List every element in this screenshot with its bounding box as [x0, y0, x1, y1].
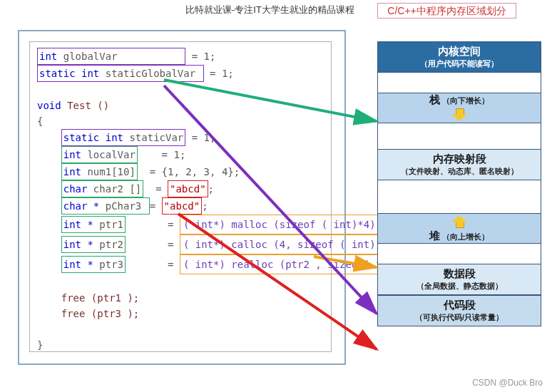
code-block: int globalVar = 1; static int staticGlob… [29, 41, 332, 352]
watermark: CSDN @Duck Bro [472, 378, 543, 388]
diagram-title: C/C++中程序内存区域划分 [377, 3, 516, 19]
seg-code: 代码段 （可执行代码/只读常量） [377, 295, 541, 326]
seg-data: 数据段 （全局数据、静态数据） [377, 264, 541, 295]
arrow-up-icon [451, 215, 467, 228]
arrow-down-icon [451, 108, 467, 121]
seg-kernel: 内核空间 （用户代码不能读写） [377, 41, 541, 73]
global-vars-box: int globalVar [37, 48, 185, 65]
header-text: 比特就业课-专注IT大学生就业的精品课程 [185, 4, 354, 16]
seg-mmap: 内存映射段 （文件映射、动态库、匿名映射） [377, 149, 541, 180]
string-literal-box: "abcd" [168, 180, 208, 197]
code-panel: int globalVar = 1; static int staticGlob… [18, 30, 346, 365]
seg-stack: 栈 （向下增长） [377, 93, 541, 123]
static-var-box: static int staticVar [61, 129, 186, 146]
memory-layout: 内核空间 （用户代码不能读写） 栈 （向下增长） 内存映射段 （文件映射、动态库… [377, 41, 541, 326]
heap-alloc-box: ( int*) malloc (sizeof ( int)*4); [180, 215, 385, 234]
seg-heap: 堆 （向上增长） [377, 213, 541, 244]
local-vars-box: int localVar [61, 146, 138, 163]
